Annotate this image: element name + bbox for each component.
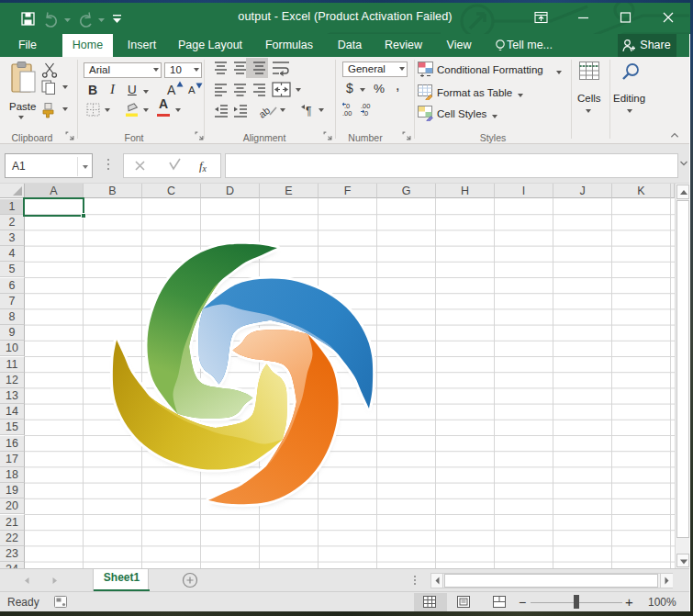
svg-text:ab: ab bbox=[260, 105, 272, 119]
svg-text:fx: fx bbox=[199, 159, 207, 174]
svg-text:.00: .00 bbox=[342, 109, 352, 118]
svg-text:¶: ¶ bbox=[306, 105, 311, 118]
